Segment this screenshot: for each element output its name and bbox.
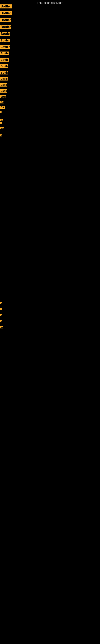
bottleneck-bar-12: Bottleneck re: [0, 77, 8, 80]
bottleneck-bar-21: Bott: [0, 127, 4, 129]
bottleneck-bar-10: Bottleneck resu: [0, 64, 8, 68]
bottleneck-bar-3: Bottleneck result: [0, 18, 11, 22]
bottleneck-bar-22: B: [0, 134, 2, 136]
bottleneck-bar-5: Bottleneck result: [0, 32, 10, 36]
bottleneck-bar-1: Bottleneck result: [0, 4, 12, 8]
bottleneck-bar-15: Bottlenec: [0, 96, 6, 98]
bottleneck-bar-11: Bottleneck resu: [0, 71, 8, 74]
bottleneck-bar-23: B: [0, 302, 1, 304]
bottleneck-bar-26: B: [0, 320, 2, 322]
bottleneck-bar-24: |: [0, 308, 1, 310]
bottleneck-bar-7: Bottleneck resu: [0, 45, 10, 49]
bottleneck-bar-16: Bot: [0, 100, 4, 104]
bottleneck-bar-14: Bottleneck re: [0, 89, 7, 92]
site-title: TheBottlenecker.com: [0, 0, 100, 6]
bottleneck-bar-8: Bottleneck resu: [0, 52, 9, 55]
bottleneck-bar-17: Bottlen: [0, 106, 5, 109]
bottleneck-bar-18: B: [0, 111, 2, 113]
bottleneck-bar-6: Bottleneck resu: [0, 39, 10, 42]
bottleneck-bar-4: Bottleneck result: [0, 25, 11, 29]
bottleneck-bar-27: Bo: [0, 326, 3, 328]
bottleneck-bar-13: Bottleneck re: [0, 83, 7, 86]
bottleneck-bar-2: Bottleneck result: [0, 11, 12, 15]
bottleneck-bar-9: Bottleneck resu: [0, 58, 9, 62]
bottleneck-bar-20: |: [0, 122, 1, 124]
bottleneck-bar-19: Bo: [0, 119, 3, 121]
bottleneck-bar-25: B: [0, 314, 2, 316]
